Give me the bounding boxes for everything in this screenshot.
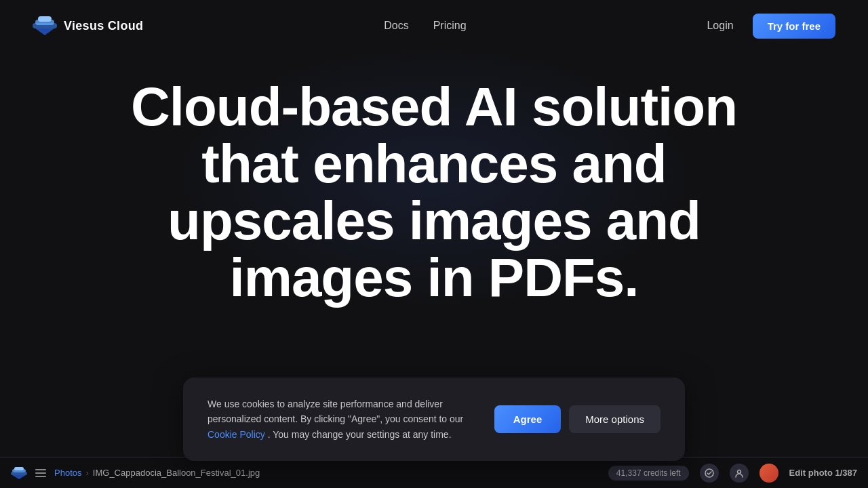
- breadcrumb-filename: IMG_Cappadocia_Balloon_Festival_01.jpg: [93, 468, 260, 478]
- cookie-text: We use cookies to analyze site performan…: [208, 396, 478, 442]
- hero-title: Cloud-based AI solution that enhances an…: [129, 79, 739, 306]
- cookie-text-before: We use cookies to analyze site performan…: [208, 399, 463, 424]
- hero-section: Cloud-based AI solution that enhances an…: [0, 52, 868, 306]
- hamburger-icon[interactable]: [33, 466, 49, 480]
- svg-marker-7: [12, 475, 26, 479]
- svg-rect-2: [38, 16, 52, 22]
- bottom-bar-left: Photos › IMG_Cappadocia_Balloon_Festival…: [11, 466, 608, 480]
- bottom-logo-icon: [11, 467, 27, 479]
- check-icon-button[interactable]: [700, 464, 719, 483]
- credits-badge: 41,337 credits left: [608, 466, 689, 481]
- bottom-bar-right: 41,337 credits left Edit photo 1/387: [608, 464, 857, 483]
- user-avatar[interactable]: [760, 464, 778, 483]
- user-icon-button[interactable]: [730, 464, 749, 483]
- svg-rect-6: [14, 467, 24, 470]
- svg-point-9: [737, 470, 741, 473]
- agree-button[interactable]: Agree: [494, 405, 561, 433]
- breadcrumb-photos-link[interactable]: Photos: [54, 468, 81, 478]
- svg-marker-3: [35, 28, 54, 35]
- login-button[interactable]: Login: [707, 20, 733, 32]
- breadcrumb-separator: ›: [85, 468, 88, 478]
- nav-links: Docs Pricing: [384, 20, 466, 32]
- brand-name: Viesus Cloud: [64, 19, 143, 33]
- bottom-bar: Photos › IMG_Cappadocia_Balloon_Festival…: [0, 457, 868, 488]
- nav-pricing[interactable]: Pricing: [433, 20, 467, 32]
- navbar: Viesus Cloud Docs Pricing Login Try for …: [0, 0, 868, 52]
- cookie-policy-link[interactable]: Cookie Policy: [208, 429, 265, 440]
- cookie-text-after: . You may change your settings at any ti…: [268, 429, 452, 440]
- logo-icon: [33, 16, 57, 35]
- nav-docs[interactable]: Docs: [384, 20, 408, 32]
- more-options-button[interactable]: More options: [569, 405, 660, 433]
- try-free-button[interactable]: Try for free: [753, 14, 835, 39]
- nav-right-actions: Login Try for free: [707, 14, 835, 39]
- breadcrumb: Photos › IMG_Cappadocia_Balloon_Festival…: [54, 468, 260, 478]
- cookie-actions: Agree More options: [494, 405, 660, 433]
- cookie-banner: We use cookies to analyze site performan…: [183, 378, 685, 461]
- edit-photo-label: Edit photo 1/387: [789, 468, 857, 478]
- logo[interactable]: Viesus Cloud: [33, 16, 143, 35]
